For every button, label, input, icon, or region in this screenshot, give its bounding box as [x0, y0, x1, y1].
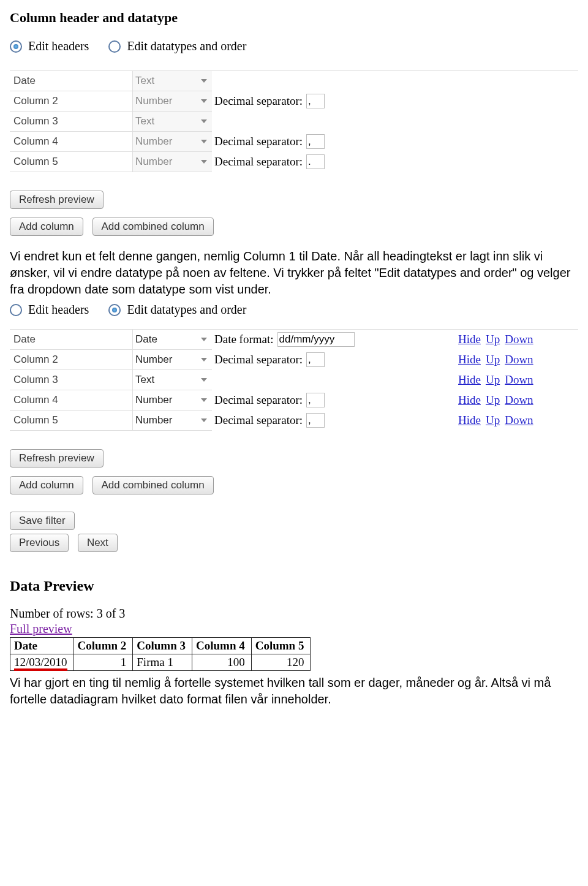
hide-link[interactable]: Hide — [458, 373, 481, 387]
add-column-button[interactable]: Add column — [10, 218, 83, 236]
column-name-input[interactable] — [12, 333, 127, 346]
column-name-cell — [10, 350, 132, 370]
decimal-sep-input[interactable] — [306, 154, 325, 169]
save-filter-button[interactable]: Save filter — [10, 512, 75, 530]
radio-edit-headers-2[interactable] — [10, 304, 22, 316]
radio-group-1: Edit headers Edit datatypes and order — [10, 39, 578, 53]
column-name-input[interactable] — [12, 414, 127, 427]
chevron-down-icon — [201, 79, 207, 83]
datatype-dropdown[interactable]: Number — [132, 91, 212, 112]
column-name-input[interactable] — [12, 373, 127, 387]
section-heading: Column header and datatype — [10, 10, 578, 26]
column-name-input[interactable] — [12, 94, 127, 108]
up-link[interactable]: Up — [486, 333, 500, 346]
column-name-input[interactable] — [12, 115, 127, 128]
radio-edit-datatypes-2[interactable] — [108, 304, 121, 316]
column-name-cell — [10, 330, 132, 350]
datatype-dropdown[interactable]: Number — [132, 132, 212, 152]
datatype-dropdown[interactable]: Text — [132, 370, 212, 390]
hide-link[interactable]: Hide — [458, 353, 481, 366]
table-header-row: Date Column 2 Column 3 Column 4 Column 5 — [10, 638, 311, 654]
column-name-input[interactable] — [12, 74, 127, 88]
column-name-input[interactable] — [12, 353, 127, 366]
chevron-down-icon — [201, 140, 207, 143]
column-name-cell — [10, 152, 132, 172]
down-link[interactable]: Down — [505, 393, 533, 407]
table-header: Column 5 — [251, 638, 311, 654]
decimal-sep-input[interactable] — [306, 134, 325, 149]
decimal-sep-input[interactable] — [306, 94, 325, 108]
chevron-down-icon — [201, 160, 207, 164]
date-format-input[interactable] — [277, 332, 355, 347]
table-cell: 1 — [74, 654, 133, 671]
actions-cell: HideUpDown — [456, 411, 578, 431]
extra-cell: Decimal separator: — [212, 390, 456, 411]
refresh-preview-button[interactable]: Refresh preview — [10, 449, 104, 468]
down-link[interactable]: Down — [505, 373, 533, 387]
add-column-button[interactable]: Add column — [10, 476, 83, 494]
radio-edit-headers[interactable] — [10, 40, 22, 53]
add-combined-column-button[interactable]: Add combined column — [92, 218, 214, 236]
extra-cell: Decimal separator: — [212, 91, 456, 112]
paragraph-2: Vi har gjort en ting til nemlig å fortel… — [10, 675, 578, 708]
next-button[interactable]: Next — [78, 534, 118, 552]
actions-cell — [456, 152, 578, 172]
decimal-sep-input[interactable] — [306, 393, 325, 407]
radio-label-edit-headers-2: Edit headers — [28, 303, 89, 317]
column-name-cell — [10, 112, 132, 132]
table-header: Column 4 — [192, 638, 252, 654]
down-link[interactable]: Down — [505, 333, 533, 346]
datatype-dropdown[interactable]: Text — [132, 112, 212, 132]
extra-cell — [212, 112, 456, 132]
datatype-dropdown[interactable]: Number — [132, 411, 212, 431]
extra-cell: Decimal separator: — [212, 132, 456, 152]
datatype-dropdown[interactable]: Number — [132, 350, 212, 370]
up-link[interactable]: Up — [486, 393, 500, 407]
extra-cell — [212, 370, 456, 390]
paragraph-1: Vi endret kun et felt denne gangen, neml… — [10, 248, 578, 298]
hide-link[interactable]: Hide — [458, 333, 481, 346]
datatype-dropdown[interactable]: Number — [132, 390, 212, 411]
full-preview-link[interactable]: Full preview — [10, 622, 72, 636]
actions-cell: HideUpDown — [456, 330, 578, 350]
column-name-input[interactable] — [12, 155, 127, 168]
radio-label-edit-datatypes: Edit datatypes and order — [127, 39, 246, 53]
extra-cell: Date format: — [212, 330, 456, 350]
hide-link[interactable]: Hide — [458, 414, 481, 427]
chevron-down-icon — [201, 99, 207, 103]
actions-cell — [456, 132, 578, 152]
column-name-input[interactable] — [12, 393, 127, 407]
up-link[interactable]: Up — [486, 414, 500, 427]
add-combined-column-button[interactable]: Add combined column — [92, 476, 214, 494]
column-name-cell — [10, 411, 132, 431]
extra-cell: Decimal separator: — [212, 411, 456, 431]
refresh-preview-button[interactable]: Refresh preview — [10, 191, 104, 209]
table-cell: 100 — [192, 654, 252, 671]
datatype-dropdown[interactable]: Number — [132, 152, 212, 172]
extra-cell: Decimal separator: — [212, 350, 456, 370]
decimal-sep-input[interactable] — [306, 352, 325, 367]
up-link[interactable]: Up — [486, 353, 500, 366]
column-name-cell — [10, 91, 132, 112]
actions-cell — [456, 71, 578, 91]
columns-grid-2: Date Date format: HideUpDown Number Deci… — [10, 329, 578, 431]
up-link[interactable]: Up — [486, 373, 500, 387]
preview-table: Date Column 2 Column 3 Column 4 Column 5… — [10, 637, 311, 671]
decimal-sep-input[interactable] — [306, 413, 325, 428]
previous-button[interactable]: Previous — [10, 534, 69, 552]
table-cell: 12/03/2010 — [10, 654, 74, 671]
column-name-input[interactable] — [12, 135, 127, 148]
radio-edit-datatypes[interactable] — [108, 40, 121, 53]
column-name-cell — [10, 132, 132, 152]
columns-grid-1: Text Number Decimal separator: Text Numb… — [10, 70, 578, 172]
hide-link[interactable]: Hide — [458, 393, 481, 407]
table-header: Date — [10, 638, 74, 654]
datatype-dropdown[interactable]: Date — [132, 330, 212, 350]
down-link[interactable]: Down — [505, 353, 533, 366]
chevron-down-icon — [201, 358, 207, 362]
down-link[interactable]: Down — [505, 414, 533, 427]
datatype-dropdown[interactable]: Text — [132, 71, 212, 91]
chevron-down-icon — [201, 338, 207, 341]
column-name-cell — [10, 370, 132, 390]
actions-cell: HideUpDown — [456, 350, 578, 370]
